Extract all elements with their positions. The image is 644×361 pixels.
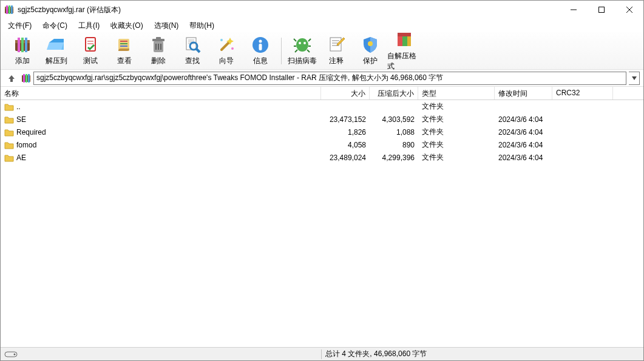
folder-icon — [4, 115, 14, 124]
svg-rect-60 — [28, 74, 30, 83]
add-icon — [13, 35, 32, 55]
svg-rect-20 — [120, 46, 127, 47]
svg-point-35 — [231, 47, 234, 50]
svg-line-43 — [308, 39, 311, 41]
svg-rect-12 — [21, 38, 24, 52]
extract-icon — [47, 35, 66, 55]
menu-file[interactable]: 文件(F) — [3, 19, 36, 32]
protect-button[interactable]: 保护 — [353, 34, 387, 68]
cell-name: .. — [1, 102, 321, 112]
add-button[interactable]: 添加 — [5, 34, 39, 68]
close-button[interactable] — [615, 1, 643, 19]
maximize-button[interactable] — [588, 1, 615, 19]
svg-line-46 — [295, 50, 297, 52]
cell-name: fomod — [1, 140, 321, 150]
svg-line-42 — [294, 39, 296, 41]
svg-line-33 — [222, 41, 230, 50]
header-packed[interactable]: 压缩后大小 — [370, 87, 418, 100]
svg-point-62 — [14, 353, 16, 355]
header-size[interactable]: 大小 — [321, 87, 370, 100]
folder-icon — [4, 103, 14, 111]
cell-packed: 4,303,592 — [370, 115, 418, 124]
find-icon — [183, 35, 202, 55]
cell-name: AE — [1, 153, 321, 163]
toolbar-separator — [281, 38, 282, 64]
svg-rect-19 — [120, 43, 127, 44]
protect-icon — [361, 35, 380, 55]
scan-button[interactable]: 扫描病毒 — [285, 34, 319, 68]
header-name[interactable]: 名称 — [1, 87, 321, 100]
svg-point-39 — [296, 38, 308, 52]
cell-packed: 4,299,396 — [370, 153, 418, 163]
svg-rect-18 — [120, 41, 127, 42]
sfx-button[interactable]: 自解压格式 — [387, 34, 421, 68]
list-item[interactable]: AE23,489,0244,299,396文件夹2024/3/6 4:04 — [1, 151, 643, 164]
cell-size: 23,489,024 — [321, 153, 370, 163]
up-arrow-icon — [7, 74, 16, 83]
toolbar: 添加 解压到 测试 查看 删除 查找 向导 — [1, 32, 643, 70]
cell-crc — [552, 119, 613, 120]
wizard-button[interactable]: 向导 — [209, 34, 243, 68]
list-item[interactable]: ..文件夹 — [1, 100, 643, 113]
disk-icon — [4, 351, 18, 357]
cell-packed: 890 — [370, 140, 418, 150]
status-left — [1, 351, 321, 357]
menu-favorites[interactable]: 收藏夹(O) — [106, 19, 147, 32]
menu-commands[interactable]: 命令(C) — [38, 19, 72, 32]
svg-rect-38 — [259, 44, 262, 50]
pathbar: sgjz5czbyqcwxfgj.rar\sgjz5czbyqcwxfgj\po… — [1, 70, 643, 87]
cell-packed: 1,088 — [370, 127, 418, 137]
svg-rect-56 — [398, 33, 411, 36]
menu-options[interactable]: 选项(N) — [149, 19, 184, 32]
path-dropdown[interactable] — [629, 72, 640, 85]
close-icon — [626, 7, 632, 13]
cell-size — [321, 106, 370, 107]
sfx-icon — [395, 30, 414, 50]
header-crc[interactable]: CRC32 — [552, 87, 613, 100]
path-input[interactable]: sgjz5czbyqcwxfgj.rar\sgjz5czbyqcwxfgj\po… — [33, 72, 626, 85]
view-icon — [115, 35, 134, 55]
cell-type: 文件夹 — [418, 126, 495, 138]
delete-icon — [149, 35, 168, 55]
info-icon — [251, 35, 270, 55]
cell-mtime: 2024/3/6 4:04 — [495, 153, 552, 163]
cell-mtime: 2024/3/6 4:04 — [495, 127, 552, 137]
header-mtime[interactable]: 修改时间 — [495, 87, 552, 100]
svg-point-40 — [299, 42, 301, 44]
cell-mtime: 2024/3/6 4:04 — [495, 140, 552, 150]
statusbar: 总计 4 文件夹, 46,968,060 字节 — [1, 347, 643, 360]
list-item[interactable]: Required1,8261,088文件夹2024/3/6 4:04 — [1, 126, 643, 138]
info-button[interactable]: 信息 — [243, 34, 277, 68]
cell-size: 23,473,152 — [321, 115, 370, 124]
svg-rect-2 — [6, 5, 8, 14]
test-icon — [81, 35, 100, 55]
extract-button[interactable]: 解压到 — [39, 34, 73, 68]
svg-point-34 — [220, 39, 223, 41]
app-icon — [4, 5, 14, 15]
svg-line-47 — [307, 50, 310, 52]
minimize-button[interactable] — [560, 1, 588, 19]
view-button[interactable]: 查看 — [107, 34, 141, 68]
cell-type: 文件夹 — [418, 101, 495, 112]
delete-button[interactable]: 删除 — [141, 34, 175, 68]
svg-point-52 — [368, 41, 373, 46]
maximize-icon — [598, 7, 605, 13]
comment-button[interactable]: 注释 — [319, 34, 353, 68]
cell-crc — [552, 157, 613, 158]
svg-rect-54 — [402, 35, 407, 46]
window-title: sgjz5czbyqcwxfgj.rar (评估版本) — [18, 5, 560, 15]
cell-crc — [552, 106, 613, 107]
test-button[interactable]: 测试 — [73, 34, 107, 68]
svg-rect-4 — [11, 5, 13, 14]
cell-crc — [552, 144, 613, 146]
menu-tools[interactable]: 工具(I) — [73, 19, 104, 32]
find-button[interactable]: 查找 — [175, 34, 209, 68]
folder-icon — [4, 128, 14, 137]
header-type[interactable]: 类型 — [418, 87, 495, 100]
cell-name: SE — [1, 115, 321, 124]
menu-help[interactable]: 帮助(H) — [185, 19, 219, 32]
file-list[interactable]: ..文件夹SE23,473,1524,303,592文件夹2024/3/6 4:… — [1, 100, 643, 347]
up-button[interactable] — [4, 72, 19, 85]
list-item[interactable]: fomod4,058890文件夹2024/3/6 4:04 — [1, 138, 643, 151]
list-item[interactable]: SE23,473,1524,303,592文件夹2024/3/6 4:04 — [1, 113, 643, 126]
